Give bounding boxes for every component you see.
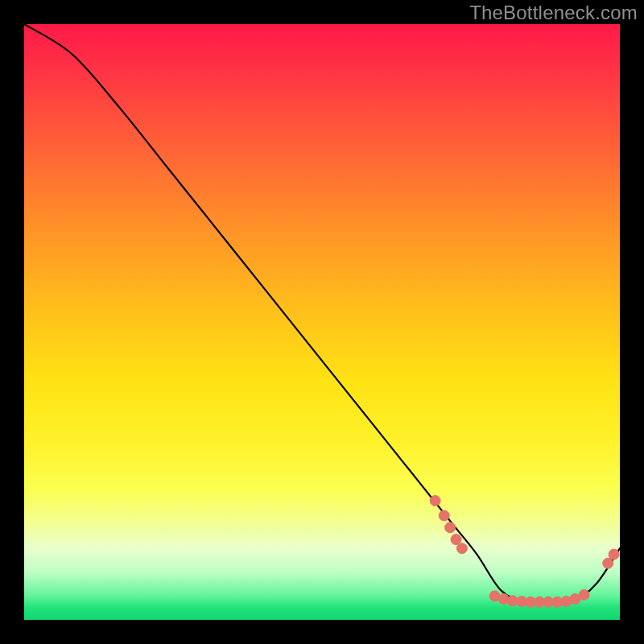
data-dot xyxy=(430,496,440,506)
plot-area xyxy=(24,24,620,620)
data-dot xyxy=(451,535,461,545)
chart-overlay xyxy=(24,24,620,620)
data-dot xyxy=(445,522,456,533)
bottleneck-curve xyxy=(24,24,620,603)
chart-frame: TheBottleneck.com xyxy=(0,0,644,644)
data-dot xyxy=(579,589,589,600)
data-dot xyxy=(439,510,449,521)
data-dot xyxy=(456,543,467,554)
data-dot xyxy=(609,549,619,559)
watermark-text: TheBottleneck.com xyxy=(469,2,638,24)
data-dot xyxy=(603,558,613,568)
